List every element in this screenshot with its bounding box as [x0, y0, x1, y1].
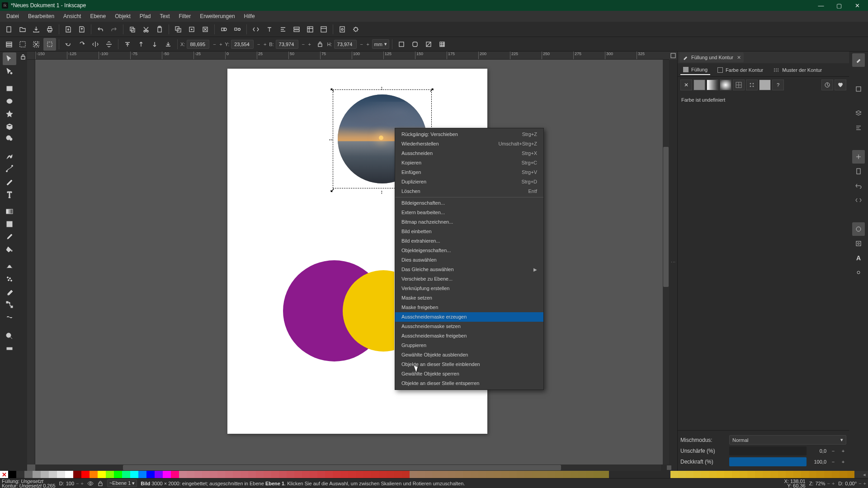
connector-tool[interactable] — [3, 298, 16, 311]
dock-transform[interactable] — [852, 150, 865, 164]
snap-toggle[interactable] — [19, 52, 27, 61]
ctx-item[interactable]: Bild extrahieren... — [395, 236, 543, 246]
xml-editor-button[interactable] — [250, 23, 262, 36]
menu-filters[interactable]: Filter — [175, 11, 196, 21]
spray-tool[interactable] — [3, 273, 16, 286]
status-layer-select[interactable]: ~Ebene 1 ▾ — [107, 479, 137, 487]
star-tool[interactable] — [3, 108, 16, 120]
h-inc[interactable]: + — [365, 40, 371, 48]
clone-button[interactable] — [185, 23, 198, 36]
ctx-item[interactable]: Ausschneidemaske erzeugen — [395, 312, 543, 322]
open-button[interactable] — [16, 23, 29, 36]
paint-radial[interactable] — [720, 80, 731, 90]
lpe-tool[interactable] — [3, 311, 16, 324]
print-button[interactable] — [43, 23, 56, 36]
menu-object[interactable]: Objekt — [110, 11, 135, 21]
duplicate-button[interactable] — [172, 23, 184, 36]
paint-mesh[interactable] — [733, 80, 745, 90]
close-button[interactable]: ✕ — [848, 0, 866, 11]
scrollbar-vertical[interactable] — [663, 60, 669, 465]
scale-pattern-button[interactable] — [436, 38, 448, 51]
display-mode-button[interactable] — [669, 52, 677, 60]
ctx-item[interactable]: LöschenEntf — [395, 187, 543, 196]
blur-inc[interactable]: + — [840, 448, 846, 454]
objects-button[interactable] — [304, 23, 316, 36]
raise-top-button[interactable] — [121, 38, 134, 51]
ctx-item[interactable]: DuplizierenStrg+D — [395, 177, 543, 187]
w-dec[interactable]: − — [300, 40, 307, 48]
flip-h-button[interactable] — [89, 38, 102, 51]
ungroup-button[interactable] — [231, 23, 244, 36]
toggle-selection-box-button[interactable] — [43, 38, 56, 51]
palette-none[interactable]: ✕ — [0, 471, 8, 478]
scale-stroke-button[interactable] — [395, 38, 408, 51]
opacity-slider[interactable] — [729, 457, 807, 466]
w-input[interactable]: 73,974 — [276, 40, 298, 49]
sel-handle-s[interactable]: ↕ — [380, 189, 383, 195]
dock-docprops[interactable] — [852, 237, 865, 250]
blur-slider[interactable] — [729, 446, 807, 455]
layers-button[interactable] — [290, 23, 303, 36]
minimize-button[interactable]: — — [812, 0, 830, 11]
eraser-tool[interactable] — [3, 286, 16, 298]
palette-menu[interactable]: ◂ — [861, 471, 868, 478]
sel-handle-sw[interactable]: ↙ — [330, 187, 335, 193]
sel-handle-n[interactable]: ↕ — [380, 85, 383, 91]
y-dec[interactable]: − — [255, 40, 262, 48]
selectors-button[interactable] — [317, 23, 330, 36]
canvas[interactable]: ↖ ↕ ↗ ↔ ↙ ↕ Rückgängig: VerschiebenStrg+… — [35, 60, 663, 465]
subtab-stroke-paint[interactable]: Farbe der Kontur — [715, 66, 766, 75]
maximize-button[interactable]: ▢ — [830, 0, 848, 11]
paint-swatch[interactable] — [759, 80, 771, 90]
y-input[interactable]: 23,554 — [231, 40, 254, 49]
rectangle-tool[interactable] — [3, 82, 16, 95]
ctx-item[interactable]: Bildeigenschaften... — [395, 198, 543, 208]
status-opacity[interactable]: D: 100 −+ — [59, 481, 84, 486]
ctx-item[interactable]: WiederherstellenUmschalt+Strg+Z — [395, 139, 543, 149]
paint-flat[interactable] — [693, 80, 705, 90]
align-button[interactable] — [277, 23, 289, 36]
select-all-button[interactable] — [16, 38, 29, 51]
color-managed-toggle[interactable] — [667, 465, 671, 470]
spiral-tool[interactable] — [3, 133, 16, 145]
measure-tool[interactable] — [3, 343, 16, 355]
calligraphy-tool[interactable] — [3, 175, 16, 188]
box3d-tool[interactable] — [3, 120, 16, 133]
paint-none[interactable]: ✕ — [680, 80, 692, 90]
unlink-clone-button[interactable] — [199, 23, 212, 36]
dock-layers[interactable] — [852, 107, 865, 120]
status-visibility[interactable] — [87, 480, 94, 487]
subtab-fill[interactable]: Füllung — [680, 65, 710, 75]
paint-linear[interactable] — [707, 80, 718, 90]
dock-prefs[interactable] — [852, 266, 865, 279]
ctx-item[interactable]: EinfügenStrg+V — [395, 168, 543, 177]
palette-scroll[interactable] — [854, 471, 861, 478]
ctx-item[interactable]: Das Gleiche auswählen▶ — [395, 265, 543, 274]
scale-corners-button[interactable] — [409, 38, 421, 51]
h-input[interactable]: 73,974 — [334, 40, 357, 49]
redo-button[interactable] — [108, 23, 120, 36]
x-inc[interactable]: + — [217, 40, 224, 48]
dock-text[interactable]: A — [852, 251, 865, 265]
menu-layer[interactable]: Ebene — [85, 11, 110, 21]
ctx-item[interactable]: Verschiebe zu Ebene... — [395, 274, 543, 284]
paste-button[interactable] — [153, 23, 166, 36]
select-all-layers-button[interactable] — [3, 38, 15, 51]
deselect-button[interactable] — [30, 38, 42, 51]
rotate-cw-button[interactable] — [75, 38, 88, 51]
lock-aspect-button[interactable] — [314, 38, 326, 51]
status-zoom[interactable]: Z: 72% − + — [809, 481, 835, 486]
blur-value[interactable]: 0,0 — [810, 448, 826, 454]
text-tool[interactable] — [3, 188, 16, 201]
group-button[interactable] — [217, 23, 230, 36]
opacity-inc[interactable]: + — [840, 459, 846, 465]
ctx-item[interactable]: AusschneidenStrg+X — [395, 149, 543, 158]
unit-select[interactable]: mm▾ — [372, 39, 389, 49]
undo-button[interactable] — [94, 23, 107, 36]
status-lock[interactable] — [97, 480, 104, 487]
menu-path[interactable]: Pfad — [135, 11, 156, 21]
panel-tab-close[interactable]: ✕ — [737, 55, 741, 61]
panel-collapse-grip[interactable]: ⋮ — [669, 60, 677, 465]
paint-unknown[interactable]: ? — [772, 80, 784, 90]
dock-trace[interactable] — [852, 222, 865, 236]
